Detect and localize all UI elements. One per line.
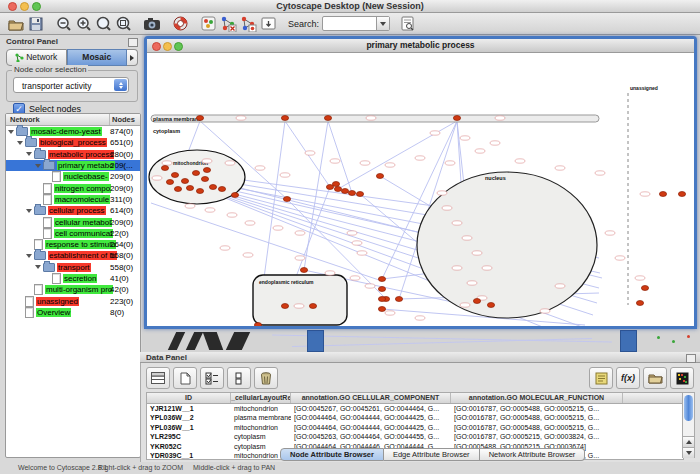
- table-row-yjr121w__1[interactable]: YJR121W__1mitochondrion[GO:0045267, GO:0…: [147, 404, 683, 413]
- open-session-icon[interactable]: [6, 15, 26, 33]
- network-node[interactable]: [201, 177, 208, 182]
- tree-row-biological-process[interactable]: biological_process651(0): [6, 137, 140, 148]
- network-node[interactable]: [378, 297, 385, 302]
- network-node[interactable]: [281, 304, 288, 309]
- network-node[interactable]: [196, 189, 203, 194]
- expander-icon[interactable]: [26, 152, 32, 156]
- expander-icon[interactable]: [8, 130, 14, 134]
- expander-icon[interactable]: [35, 164, 41, 168]
- network-node[interactable]: [196, 116, 203, 121]
- network-node[interactable]: [376, 174, 383, 179]
- network-node[interactable]: [231, 193, 238, 198]
- zoom-actual-size-icon[interactable]: [94, 15, 114, 33]
- search-input[interactable]: [322, 16, 390, 31]
- network-node[interactable]: [186, 186, 193, 191]
- table-scrollbar[interactable]: [682, 392, 695, 458]
- tab-node-attribute-browser[interactable]: Node Attribute Browser: [280, 448, 384, 461]
- tree-row-metabolic-process[interactable]: metabolic process280(0): [6, 149, 140, 160]
- attribute-table-header[interactable]: ID _cellularLayoutRegion annotation.GO C…: [147, 393, 683, 404]
- snapshot-camera-icon[interactable]: [142, 15, 162, 33]
- network-node[interactable]: [209, 185, 216, 190]
- network-canvas[interactable]: plasma membrane cytoplasm mitochondrion …: [147, 53, 694, 326]
- expander-icon[interactable]: [35, 265, 41, 269]
- network-node[interactable]: [378, 287, 385, 292]
- minimize-window-button[interactable]: [20, 2, 29, 11]
- network-node[interactable]: [332, 182, 339, 187]
- network-zoom-button[interactable]: [174, 42, 183, 51]
- network-node[interactable]: [453, 116, 460, 121]
- tree-row-establishment-of-lo[interactable]: establishment of lo558(0): [6, 250, 140, 261]
- matrix-view-icon[interactable]: [670, 367, 694, 389]
- network-window-titlebar[interactable]: primary metabolic process: [147, 39, 694, 53]
- formula-builder-icon[interactable]: [589, 367, 613, 389]
- table-row-ypl036w__2[interactable]: YPL036W__2plasma membrane[GO:0044464, GO…: [147, 413, 683, 422]
- help-lifesaver-icon[interactable]: [170, 15, 190, 33]
- search-config-icon[interactable]: [398, 15, 418, 33]
- network-node[interactable]: [334, 187, 341, 192]
- tree-row-overview[interactable]: Overview8(0): [6, 307, 140, 318]
- tree-row-cellular-process[interactable]: cellular process614(0): [6, 205, 140, 216]
- tab-overflow-button[interactable]: [127, 49, 138, 66]
- tree-row-transport[interactable]: transport558(0): [6, 262, 140, 273]
- column-layout-region[interactable]: _cellularLayoutRegion: [231, 393, 291, 403]
- table-row-ylr295c[interactable]: YLR295Ccytoplasm[GO:0045263, GO:0044464,…: [147, 432, 683, 441]
- expander-icon[interactable]: [26, 254, 32, 258]
- tab-network[interactable]: Network: [6, 49, 67, 66]
- delete-attribute-icon[interactable]: [254, 367, 278, 389]
- annotation-icon[interactable]: [198, 15, 218, 33]
- tree-row-macromolecule[interactable]: macromolecule311(0): [6, 194, 140, 205]
- network-node[interactable]: [678, 192, 685, 197]
- network-node[interactable]: [283, 197, 290, 202]
- expander-icon[interactable]: [17, 141, 23, 145]
- search-dropdown-button[interactable]: [376, 17, 389, 30]
- zoom-fit-content-icon[interactable]: [114, 15, 134, 33]
- tree-row-nucleobase-[interactable]: nucleobase-209(0): [6, 171, 140, 182]
- scroll-up-button[interactable]: [683, 436, 694, 447]
- tree-row-cell-communicat[interactable]: cell communicat22(0): [6, 228, 140, 239]
- tree-row-response-to-stimulu[interactable]: response to stimulu264(0): [6, 239, 140, 250]
- network-node[interactable]: [218, 187, 225, 192]
- network-node[interactable]: [378, 277, 385, 282]
- network-node[interactable]: [487, 303, 494, 308]
- attribute-table-icon[interactable]: [146, 367, 170, 389]
- tree-row-multi-organism-pro[interactable]: multi-organism pro42(0): [6, 284, 140, 295]
- save-session-icon[interactable]: [26, 15, 46, 33]
- network-node[interactable]: [309, 304, 316, 309]
- network-node[interactable]: [174, 187, 181, 192]
- tab-mosaic[interactable]: Mosaic: [67, 49, 128, 66]
- network-node[interactable]: [171, 173, 178, 178]
- network-node[interactable]: [341, 189, 348, 194]
- network-node[interactable]: [192, 171, 199, 176]
- function-icon[interactable]: f(x): [616, 367, 640, 389]
- zoom-out-icon[interactable]: [54, 15, 74, 33]
- network-node[interactable]: [281, 116, 288, 121]
- new-attribute-icon[interactable]: [173, 367, 197, 389]
- control-panel-float-icon[interactable]: [128, 38, 138, 47]
- network-node[interactable]: [166, 180, 173, 185]
- expander-icon[interactable]: [26, 209, 32, 213]
- network-minimize-button[interactable]: [163, 42, 172, 51]
- network-node[interactable]: [181, 179, 188, 184]
- network-node[interactable]: [348, 191, 355, 196]
- network-node[interactable]: [473, 299, 480, 304]
- scrollbar-thumb[interactable]: [684, 395, 693, 421]
- data-panel-float-icon[interactable]: [686, 354, 696, 363]
- column-molecular-function[interactable]: annotation.GO MOLECULAR_FUNCTION: [451, 393, 623, 403]
- unselect-attributes-icon[interactable]: [227, 367, 251, 389]
- network-node[interactable]: [161, 166, 168, 171]
- tree-row-nitrogen-compo[interactable]: nitrogen compo209(0): [6, 182, 140, 193]
- network-node[interactable]: [395, 297, 402, 302]
- table-row-ypl036w__1[interactable]: YPL036W__1mitochondrion[GO:0044464, GO:0…: [147, 423, 683, 432]
- import-network-icon[interactable]: [258, 15, 278, 33]
- column-cellular-component[interactable]: annotation.GO CELLULAR_COMPONENT: [291, 393, 451, 403]
- network-node[interactable]: [254, 323, 261, 327]
- network-node[interactable]: [378, 307, 385, 312]
- tree-row-unassigned[interactable]: unassigned223(0): [6, 295, 140, 306]
- network-node[interactable]: [324, 116, 331, 121]
- scroll-down-button[interactable]: [683, 447, 694, 458]
- tree-row-secretion[interactable]: secretion41(0): [6, 273, 140, 284]
- network-node[interactable]: [203, 168, 210, 173]
- zoom-window-button[interactable]: [32, 2, 41, 11]
- select-attributes-icon[interactable]: [200, 367, 224, 389]
- tab-network-attribute-browser[interactable]: Network Attribute Browser: [480, 448, 586, 461]
